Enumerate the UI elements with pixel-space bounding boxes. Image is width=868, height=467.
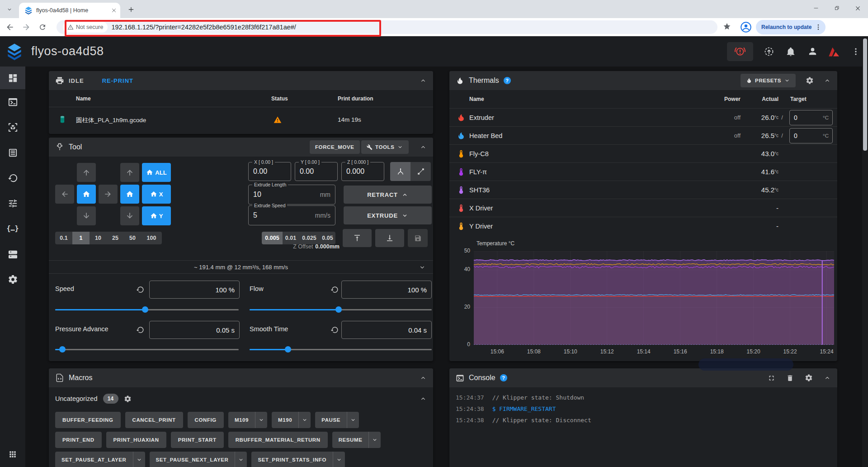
macro-button-cancel_print[interactable]: CANCEL_PRINT <box>125 412 183 428</box>
macro-dropdown-button[interactable] <box>333 457 345 463</box>
macro-dropdown-button[interactable] <box>347 417 359 423</box>
target-input[interactable]: 0°C <box>789 128 833 143</box>
move-step-25[interactable]: 25 <box>107 232 124 244</box>
sensor-name[interactable]: Y Driver <box>469 223 493 230</box>
absolute-mode-button[interactable] <box>390 162 410 181</box>
sidebar-item-system[interactable] <box>0 241 25 267</box>
pos-x-field[interactable]: X [ 0.00 ] 0.00 <box>248 162 291 181</box>
tools-dropdown-button[interactable]: TOOLS <box>361 140 409 154</box>
emergency-stop-button[interactable] <box>727 42 753 61</box>
z-offset-save-button[interactable] <box>408 229 428 247</box>
home-z-button[interactable] <box>120 185 139 204</box>
user-button[interactable] <box>807 46 818 57</box>
sidebar-item-gcode-preview[interactable] <box>0 114 25 140</box>
sidebar-item-settings[interactable] <box>0 267 25 292</box>
not-secure-chip[interactable]: Not secure <box>63 22 108 33</box>
extrude-speed-field[interactable]: Extrude Speed 5 mm/s <box>248 205 335 225</box>
move-y-minus-button[interactable] <box>77 206 96 225</box>
macro-button-rbuffer_material_return[interactable]: RBUFFER_MATERIAL_RETURN <box>228 432 328 448</box>
browser-menu-icon[interactable] <box>815 24 822 31</box>
extrude-button[interactable]: EXTRUDE <box>344 206 432 224</box>
home-y-button[interactable]: Y <box>142 206 171 225</box>
macro-button-config[interactable]: CONFIG <box>188 412 224 428</box>
tab-close-icon[interactable] <box>111 8 117 13</box>
z-step-0.05[interactable]: 0.05 <box>320 232 335 244</box>
slider-value-field[interactable]: 0.05 s <box>149 321 240 339</box>
sensor-name[interactable]: SHT36 <box>469 186 490 194</box>
chart-plot[interactable] <box>474 251 834 345</box>
macro-button-pause[interactable]: PAUSE <box>315 412 359 428</box>
tab-search-button[interactable] <box>4 5 15 14</box>
vendor-logo[interactable] <box>828 46 840 57</box>
slider-thumb[interactable] <box>335 306 342 313</box>
console-fullscreen-button[interactable] <box>768 374 775 382</box>
macro-dropdown-button[interactable] <box>369 437 381 443</box>
bookmark-button[interactable] <box>722 22 731 31</box>
collapse-thermals-button[interactable] <box>824 77 831 84</box>
move-z-down-button[interactable] <box>120 206 139 225</box>
back-button[interactable] <box>5 22 15 33</box>
help-icon[interactable]: ? <box>504 77 511 84</box>
macro-button-m109[interactable]: M109 <box>228 412 267 428</box>
relative-mode-button[interactable] <box>410 162 431 181</box>
macro-button-print_end[interactable]: PRINT_END <box>55 432 102 448</box>
move-step-0.1[interactable]: 0.1 <box>55 232 72 244</box>
console-log[interactable]: 15:24:37// Klipper state: Shutdown15:24:… <box>449 387 837 430</box>
slider-value-field[interactable]: 100 % <box>341 281 432 299</box>
sensor-name[interactable]: Fly-C8 <box>469 150 489 157</box>
macro-button-print_huaxian[interactable]: PRINT_HUAXIAN <box>106 432 166 448</box>
minimize-button[interactable] <box>806 0 826 16</box>
home-xy-button[interactable] <box>77 185 96 204</box>
slider-track[interactable] <box>55 306 239 313</box>
updates-button[interactable] <box>763 46 775 57</box>
sensor-name[interactable]: X Driver <box>469 205 493 212</box>
restore-button[interactable] <box>826 0 847 16</box>
temperature-chart[interactable]: Temperature °C 020405015:0615:0815:1015:… <box>449 238 837 361</box>
address-bar[interactable]: Not secure 192.168.1.125/?printer=24282e… <box>57 20 717 34</box>
macro-dropdown-button[interactable] <box>133 457 145 463</box>
z-step-0.005[interactable]: 0.005 <box>262 232 283 244</box>
reset-button[interactable] <box>330 325 339 334</box>
extrude-length-field[interactable]: Extrude Length 10 mm <box>248 185 335 205</box>
new-tab-button[interactable] <box>126 5 137 14</box>
sensor-name[interactable]: Heater Bed <box>469 132 502 139</box>
presets-button[interactable]: PRESETS <box>741 74 796 87</box>
scrollbar-thumb[interactable] <box>863 38 867 151</box>
forward-button[interactable] <box>21 22 32 33</box>
sidebar-item-jobs[interactable] <box>0 140 25 165</box>
close-window-button[interactable] <box>847 0 868 16</box>
pos-z-field[interactable]: Z [ 0.000 ] 0.000 <box>341 162 384 181</box>
macro-button-m190[interactable]: M190 <box>272 412 311 428</box>
sidebar-item-console[interactable] <box>0 89 25 114</box>
printer-title[interactable]: flyos-oa4d58 <box>31 44 104 58</box>
slider-value-field[interactable]: 100 % <box>149 281 240 299</box>
macro-button-resume[interactable]: RESUME <box>332 432 381 448</box>
collapse-console-button[interactable] <box>824 374 831 381</box>
sidebar-item-history[interactable] <box>0 165 25 191</box>
collapse-tool-button[interactable] <box>420 143 427 151</box>
retract-button[interactable]: RETRACT <box>344 186 432 204</box>
reset-button[interactable] <box>136 325 145 334</box>
move-step-10[interactable]: 10 <box>90 232 107 244</box>
target-input[interactable]: 0°C <box>789 110 833 125</box>
macro-button-set_pause_at_layer[interactable]: SET_PAUSE_AT_LAYER <box>55 452 145 467</box>
expand-stats-button[interactable] <box>419 264 426 271</box>
home-all-button[interactable]: ALL <box>142 163 171 182</box>
print-stats-row[interactable]: ~ 191.4 mm @ 12 mm³/s, 168 mm/s <box>49 260 433 274</box>
slider-track[interactable] <box>55 346 239 353</box>
macro-button-buffer_feeding[interactable]: BUFFER_FEEDING <box>55 412 121 428</box>
browser-tab[interactable]: flyos-0a4d58 | Home <box>19 3 120 18</box>
move-x-minus-button[interactable] <box>55 185 74 204</box>
move-step-50[interactable]: 50 <box>124 232 141 244</box>
fluidd-logo[interactable] <box>6 43 23 60</box>
reload-button[interactable] <box>37 22 48 33</box>
console-settings-button[interactable] <box>805 374 813 382</box>
profile-button[interactable] <box>740 21 752 33</box>
sensor-name[interactable]: FLY-π <box>469 168 487 176</box>
sidebar-item-apps[interactable] <box>0 444 25 464</box>
move-step-1[interactable]: 1 <box>72 232 90 244</box>
move-step-100[interactable]: 100 <box>141 232 162 244</box>
slider-thumb[interactable] <box>59 346 66 353</box>
force-move-button[interactable]: FORCE_MOVE <box>310 140 360 154</box>
macro-button-set_pause_next_layer[interactable]: SET_PAUSE_NEXT_LAYER <box>150 452 247 467</box>
